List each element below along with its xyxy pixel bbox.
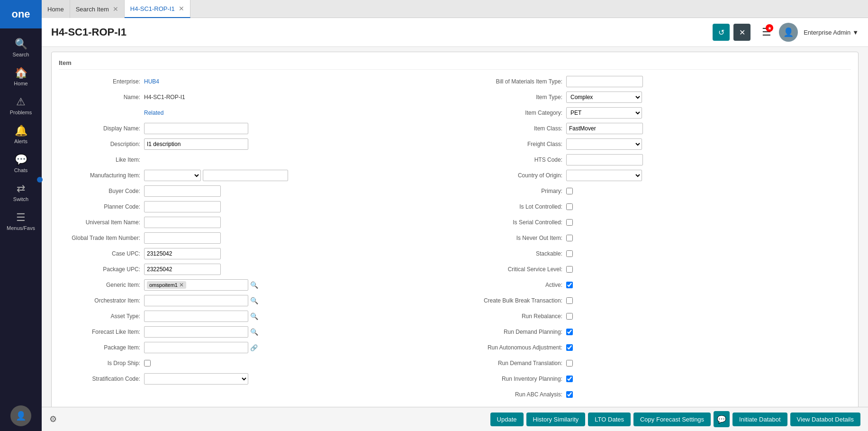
- is-never-out-checkbox[interactable]: [566, 235, 573, 241]
- sidebar-item-menus[interactable]: ☰ Menus/Favs: [0, 207, 42, 236]
- run-inventory-planning-checkbox[interactable]: [566, 376, 573, 382]
- close-button[interactable]: ✕: [733, 24, 750, 41]
- header-actions: ↺ ✕ ☰ ★ 👤 Enterprise Admin ▼: [713, 23, 859, 42]
- item-type-select[interactable]: Complex: [566, 92, 642, 103]
- country-origin-select[interactable]: [566, 170, 642, 181]
- global-trade-input[interactable]: [144, 232, 221, 244]
- tab-home[interactable]: Home: [42, 0, 70, 18]
- manufacturing-item-inputs: [144, 170, 288, 181]
- orchestrator-item-input[interactable]: [144, 295, 248, 306]
- item-type-label: Item Type:: [462, 94, 566, 101]
- buyer-code-input[interactable]: [144, 185, 221, 197]
- asset-type-row: Asset Type: 🔍: [59, 310, 448, 322]
- sidebar-item-chats[interactable]: 💬 Chats: [0, 149, 42, 178]
- sidebar-item-switch[interactable]: ⇄ Switch: [0, 178, 42, 207]
- stratification-code-label: Stratification Code:: [59, 376, 144, 382]
- enterprise-value[interactable]: HUB4: [144, 78, 159, 85]
- run-autonomous-checkbox[interactable]: [566, 344, 573, 351]
- orchestrator-search-icon[interactable]: 🔍: [250, 297, 258, 304]
- refresh-button[interactable]: ↺: [713, 24, 730, 41]
- create-bulk-row: Create Bulk Break Transaction:: [462, 294, 851, 307]
- user-avatar[interactable]: 👤: [779, 23, 798, 42]
- update-button[interactable]: Update: [490, 413, 524, 426]
- form-columns: Enterprise: HUB4 Name: H4-SC1-ROP-I1 Rel…: [59, 75, 851, 404]
- bell-icon: 🔔: [15, 125, 27, 137]
- user-dropdown[interactable]: Enterprise Admin ▼: [804, 29, 859, 36]
- run-demand-translation-label: Run Demand Translation:: [462, 360, 566, 367]
- display-name-row: Display Name:: [59, 122, 448, 135]
- create-bulk-checkbox[interactable]: [566, 297, 573, 304]
- search-icon: 🔍: [15, 38, 27, 50]
- package-item-link-icon[interactable]: 🔗: [250, 344, 258, 351]
- is-serial-controlled-checkbox[interactable]: [566, 219, 573, 226]
- menu-icon: ☰: [16, 211, 26, 224]
- user-avatar-bottom[interactable]: 👤: [10, 405, 31, 426]
- tab-item-detail[interactable]: H4-SC1-ROP-I1 ✕: [125, 0, 190, 18]
- primary-checkbox[interactable]: [566, 188, 573, 194]
- is-lot-controlled-checkbox[interactable]: [566, 203, 573, 210]
- sidebar-label-alerts: Alerts: [14, 138, 27, 144]
- asset-type-input[interactable]: [144, 311, 248, 322]
- item-class-input[interactable]: [566, 123, 643, 134]
- generic-item-row: Generic Item: omspoitem1 ✕ 🔍: [59, 279, 448, 291]
- tab-search-item-label: Search Item: [76, 6, 109, 13]
- is-drop-ship-row: Is Drop Ship:: [59, 357, 448, 369]
- app-logo[interactable]: one: [0, 0, 42, 28]
- stackable-checkbox[interactable]: [566, 250, 573, 257]
- case-upc-input[interactable]: [144, 248, 221, 259]
- active-checkbox[interactable]: [566, 282, 573, 288]
- related-link[interactable]: Related: [144, 110, 163, 116]
- manufacturing-item-input[interactable]: [203, 170, 288, 181]
- run-demand-translation-checkbox[interactable]: [566, 360, 573, 367]
- package-upc-input[interactable]: [144, 264, 221, 275]
- hts-code-label: HTS Code:: [462, 156, 566, 163]
- package-upc-row: Package UPC:: [59, 263, 448, 275]
- package-item-input[interactable]: [144, 342, 248, 353]
- run-abc-label: Run ABC Analysis:: [462, 391, 566, 398]
- package-item-row: Package Item: 🔗: [59, 341, 448, 354]
- manufacturing-item-label: Manufacturing Item:: [59, 172, 144, 179]
- bom-type-label: Bill of Materials Item Type:: [462, 78, 566, 85]
- description-input[interactable]: [144, 138, 248, 150]
- form-col-left: Enterprise: HUB4 Name: H4-SC1-ROP-I1 Rel…: [59, 75, 448, 404]
- sidebar-item-problems[interactable]: ⚠ Problems: [0, 91, 42, 120]
- tab-search-item[interactable]: Search Item ✕: [70, 0, 125, 18]
- generic-item-search-icon[interactable]: 🔍: [250, 281, 258, 289]
- critical-service-checkbox[interactable]: [566, 266, 573, 273]
- asset-type-search-icon[interactable]: 🔍: [250, 312, 258, 320]
- country-origin-label: Country of Origin:: [462, 172, 566, 179]
- freight-class-select[interactable]: [566, 138, 642, 150]
- asset-type-label: Asset Type:: [59, 313, 144, 320]
- sidebar-item-search[interactable]: 🔍 Search: [0, 33, 42, 62]
- bom-type-input[interactable]: [566, 76, 643, 87]
- initiate-databot-button[interactable]: Initiate Databot: [732, 413, 787, 426]
- run-rebalance-checkbox[interactable]: [566, 313, 573, 320]
- like-item-label: Like Item:: [59, 156, 144, 163]
- forecast-like-input[interactable]: [144, 326, 248, 338]
- run-demand-planning-checkbox[interactable]: [566, 329, 573, 335]
- sidebar-item-home[interactable]: 🏠 Home: [0, 62, 42, 91]
- item-category-select[interactable]: PET: [566, 107, 642, 119]
- history-similarity-button[interactable]: History Similarity: [526, 413, 586, 426]
- universal-item-name-input[interactable]: [144, 217, 221, 228]
- display-name-input[interactable]: [144, 123, 248, 134]
- view-databot-button[interactable]: View Databot Details: [790, 413, 860, 426]
- active-row: Active:: [462, 279, 851, 291]
- sidebar-item-alerts[interactable]: 🔔 Alerts: [0, 120, 42, 149]
- lto-dates-button[interactable]: LTO Dates: [588, 413, 631, 426]
- tab-item-detail-close[interactable]: ✕: [179, 5, 184, 12]
- generic-item-tag-remove[interactable]: ✕: [179, 282, 184, 288]
- chat-button[interactable]: 💬: [714, 411, 730, 427]
- manufacturing-item-select[interactable]: [144, 170, 201, 181]
- stratification-code-select[interactable]: [144, 373, 248, 385]
- config-icon[interactable]: ⚙: [49, 414, 57, 424]
- hts-code-input[interactable]: [566, 154, 643, 165]
- tab-search-item-close[interactable]: ✕: [113, 5, 118, 13]
- run-abc-checkbox[interactable]: [566, 391, 573, 398]
- switch-icon: ⇄: [17, 183, 25, 195]
- forecast-like-search-icon[interactable]: 🔍: [250, 328, 258, 336]
- is-drop-ship-checkbox[interactable]: [144, 360, 151, 367]
- planner-code-input[interactable]: [144, 201, 221, 212]
- copy-forecast-button[interactable]: Copy Forecast Settings: [633, 413, 711, 426]
- run-autonomous-label: Run Autonomous Adjustment:: [462, 344, 566, 351]
